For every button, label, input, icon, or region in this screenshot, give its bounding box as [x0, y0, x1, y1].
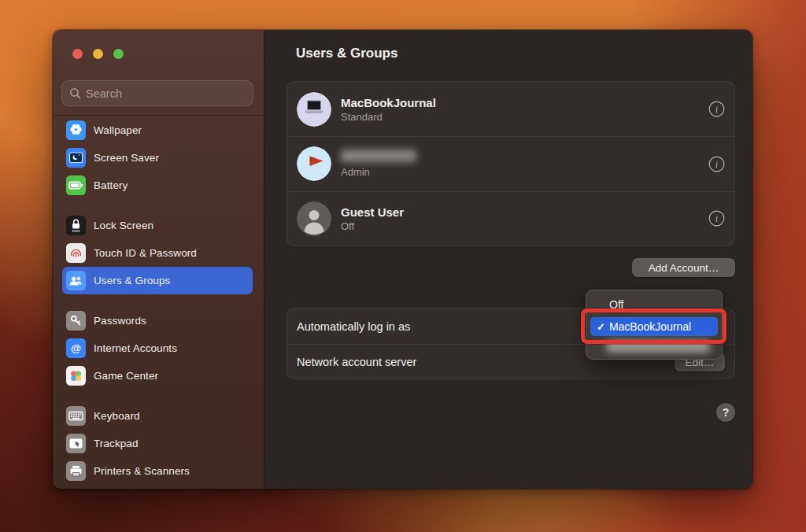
menu-item-redacted[interactable]	[606, 341, 710, 353]
sidebar-item-internet-accounts[interactable]: @ Internet Accounts	[62, 334, 253, 362]
sidebar-item-label: Battery	[94, 179, 128, 191]
sidebar-item-label: Lock Screen	[94, 220, 153, 231]
sidebar-item-game-center[interactable]: Game Center	[62, 362, 253, 390]
sidebar-item-label: Passwords	[94, 315, 146, 327]
trackpad-icon	[66, 434, 86, 453]
minimize-button[interactable]	[93, 49, 103, 59]
auto-login-label: Automatically log in as	[297, 320, 410, 333]
desktop-wallpaper: Search	[0, 0, 806, 532]
sidebar-item-label: Keyboard	[94, 410, 140, 422]
keyboard-icon	[66, 406, 86, 426]
sidebar-item-label: Trackpad	[94, 438, 139, 449]
search-placeholder: Search	[86, 87, 122, 100]
svg-text:@: @	[71, 342, 81, 354]
users-list-card: MacBookJournal Standard i	[287, 81, 735, 246]
sidebar-item-label: Users & Groups	[94, 275, 170, 286]
help-button[interactable]: ?	[716, 403, 735, 422]
sidebar-item-label: Internet Accounts	[94, 342, 177, 354]
user-name: MacBookJournal	[341, 96, 436, 109]
person-avatar	[297, 201, 331, 236]
menu-item-label: MacBookJournal	[609, 320, 691, 333]
search-icon	[69, 87, 81, 99]
internet-accounts-icon: @	[66, 338, 86, 358]
battery-icon	[66, 175, 86, 195]
sidebar-item-label: Screen Saver	[94, 152, 159, 164]
sidebar-item-label: Wallpaper	[94, 124, 142, 136]
window-controls	[72, 49, 124, 59]
laptop-avatar	[297, 92, 331, 127]
network-server-label: Network account server	[297, 356, 416, 368]
sidebar-item-battery[interactable]: Battery	[62, 172, 253, 199]
wallpaper-icon	[66, 120, 86, 140]
user-role: Off	[341, 220, 404, 232]
info-icon[interactable]: i	[708, 210, 725, 227]
sidebar-nav: Wallpaper Screen Saver	[53, 116, 264, 489]
red-flag-avatar	[297, 146, 331, 181]
sidebar-item-passwords[interactable]: Passwords	[62, 307, 253, 334]
redacted-user-name	[341, 150, 416, 162]
system-settings-window: Search	[53, 30, 752, 489]
touch-id-icon	[66, 243, 86, 263]
page-title: Users & Groups	[296, 46, 397, 61]
info-icon[interactable]: i	[708, 156, 725, 172]
close-button[interactable]	[72, 49, 83, 59]
passwords-icon	[66, 311, 86, 331]
svg-text:i: i	[715, 104, 718, 115]
sidebar-item-printers-scanners[interactable]: Printers & Scanners	[62, 457, 253, 485]
sidebar-item-label: Printers & Scanners	[94, 465, 190, 477]
add-account-button[interactable]: Add Account…	[632, 258, 735, 277]
user-role: Admin	[341, 166, 416, 178]
menu-item-macbookjournal[interactable]: ✓ MacBookJournal	[590, 317, 718, 336]
sidebar-item-label: Game Center	[94, 370, 158, 382]
printers-scanners-icon	[66, 461, 86, 481]
svg-text:i: i	[715, 159, 718, 170]
svg-text:i: i	[715, 213, 718, 224]
sidebar-item-keyboard[interactable]: Keyboard	[62, 402, 253, 430]
sidebar-item-label: Touch ID & Password	[94, 247, 197, 259]
screen-saver-icon	[66, 148, 86, 168]
user-row-admin[interactable]: Admin i	[287, 136, 734, 190]
users-groups-icon	[66, 271, 86, 290]
checkmark-icon: ✓	[597, 321, 605, 333]
lock-screen-icon	[66, 216, 86, 235]
sidebar-item-wallpaper[interactable]: Wallpaper	[62, 116, 253, 144]
sidebar-item-touch-id[interactable]: Touch ID & Password	[62, 239, 253, 267]
user-row-guest[interactable]: Guest User Off i	[287, 191, 734, 246]
sidebar-item-trackpad[interactable]: Trackpad	[62, 430, 253, 457]
game-center-icon	[66, 366, 86, 386]
sidebar-item-screen-saver[interactable]: Screen Saver	[62, 144, 253, 172]
user-row-macbookjournal[interactable]: MacBookJournal Standard i	[287, 82, 734, 136]
info-icon[interactable]: i	[708, 101, 725, 117]
sidebar-divider	[53, 115, 264, 116]
search-input[interactable]: Search	[61, 80, 253, 106]
sidebar-item-lock-screen[interactable]: Lock Screen	[62, 212, 253, 239]
menu-item-off[interactable]: Off	[586, 294, 722, 315]
user-role: Standard	[341, 111, 436, 123]
auto-login-dropdown-menu: Off ✓ MacBookJournal	[586, 290, 723, 360]
sidebar: Search	[53, 30, 264, 489]
content-pane: Users & Groups MacBookJournal Standard	[264, 30, 752, 489]
user-name: Guest User	[341, 205, 404, 219]
sidebar-item-users-groups[interactable]: Users & Groups	[62, 267, 253, 294]
zoom-button[interactable]	[113, 49, 124, 59]
